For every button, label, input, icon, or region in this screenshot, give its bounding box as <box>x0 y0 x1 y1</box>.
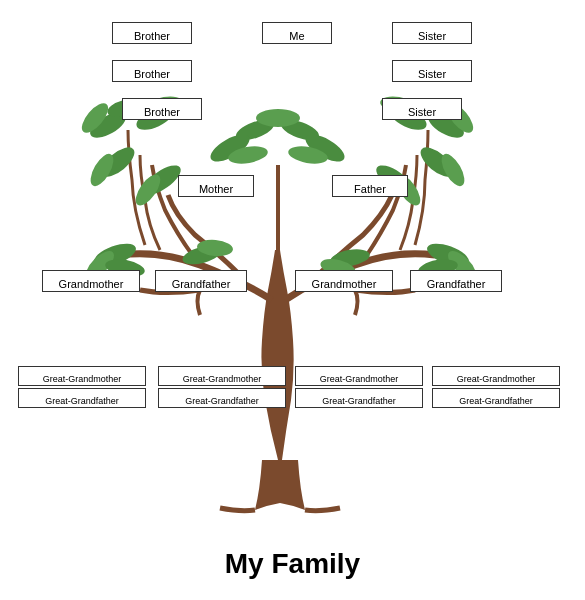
label-ggf1: Great-Grandfather <box>18 388 146 408</box>
label-grandmother1: Grandmother <box>42 270 140 292</box>
label-grandfather2: Grandfather <box>410 270 502 292</box>
label-mother: Mother <box>178 175 254 197</box>
family-tree: MeBrotherBrotherBrotherSisterSisterSiste… <box>0 0 585 540</box>
label-brother2: Brother <box>112 60 192 82</box>
label-grandmother2: Grandmother <box>295 270 393 292</box>
label-sister1: Sister <box>392 22 472 44</box>
label-brother3: Brother <box>122 98 202 120</box>
label-brother1: Brother <box>112 22 192 44</box>
label-gg2: Great-Grandmother <box>158 366 286 386</box>
family-title: My Family <box>0 540 585 580</box>
label-gg3: Great-Grandmother <box>295 366 423 386</box>
label-grandfather1: Grandfather <box>155 270 247 292</box>
label-gg4: Great-Grandmother <box>432 366 560 386</box>
label-gg1: Great-Grandmother <box>18 366 146 386</box>
label-sister2: Sister <box>392 60 472 82</box>
title-text: My Family <box>225 548 360 579</box>
label-sister3: Sister <box>382 98 462 120</box>
svg-point-30 <box>256 109 300 127</box>
label-ggf4: Great-Grandfather <box>432 388 560 408</box>
label-father: Father <box>332 175 408 197</box>
label-ggf3: Great-Grandfather <box>295 388 423 408</box>
label-me: Me <box>262 22 332 44</box>
label-ggf2: Great-Grandfather <box>158 388 286 408</box>
